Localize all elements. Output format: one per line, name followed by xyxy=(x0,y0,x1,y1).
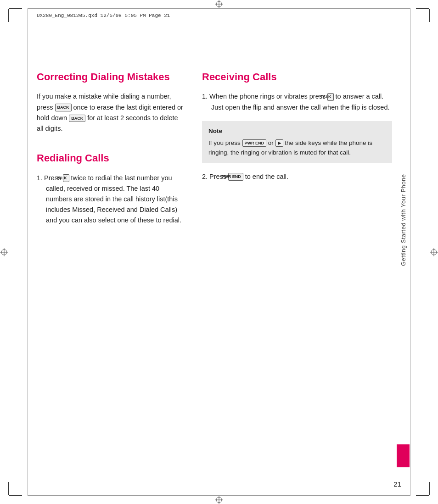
receiving-step2-list: 2. Press PWR END to end the call. xyxy=(202,172,392,182)
sidebar-pink-accent xyxy=(397,444,410,467)
header-line: UX280_Eng_081205.qxd 12/5/08 5:05 PM Pag… xyxy=(37,13,401,18)
receiving-step1: 1. When the phone rings or vibrates pres… xyxy=(202,91,392,112)
side-key-note: ▶ xyxy=(275,139,283,147)
redialing-step1: 1. Press TALK twice to redial the last n… xyxy=(37,173,184,226)
back-key-1: BACK xyxy=(55,104,72,111)
page-number: 21 xyxy=(393,480,401,488)
sidebar-label: Getting Started with Your Phone xyxy=(397,161,410,280)
page-border-bottom xyxy=(28,495,410,496)
talk-key-receiving: TALK xyxy=(327,93,333,101)
crop-mark-tl-v xyxy=(8,9,9,22)
receiving-step1-prefix: 1. When the phone rings or vibrates pres… xyxy=(202,93,326,100)
note-text-prefix: If you press xyxy=(208,139,241,146)
receiving-step2-body: to end the call. xyxy=(245,173,288,180)
crop-mark-tr-v xyxy=(429,9,430,22)
pwr-end-key-note: PWR END xyxy=(242,139,267,147)
left-column: Correcting Dialing Mistakes If you make … xyxy=(37,71,184,467)
receiving-step2: 2. Press PWR END to end the call. xyxy=(202,172,392,182)
crop-mark-tr-h xyxy=(416,8,429,9)
crop-mark-tl-h xyxy=(9,8,22,9)
redialing-title: Redialing Calls xyxy=(37,152,184,164)
correcting-dialing-section: Correcting Dialing Mistakes If you make … xyxy=(37,71,184,134)
crop-mark-br-h xyxy=(416,495,429,496)
talk-key-redialing: TALK xyxy=(63,174,69,182)
crop-mark-bl-v xyxy=(8,482,9,495)
note-title: Note xyxy=(208,127,386,136)
header-text: UX280_Eng_081205.qxd 12/5/08 5:05 PM Pag… xyxy=(37,13,170,18)
right-column: Receiving Calls 1. When the phone rings … xyxy=(202,71,392,467)
redialing-list: 1. Press TALK twice to redial the last n… xyxy=(37,173,184,226)
back-key-2: BACK xyxy=(69,115,85,122)
crop-mark-bl-h xyxy=(9,495,22,496)
content-area: Correcting Dialing Mistakes If you make … xyxy=(37,71,392,467)
end-key-receiving: PWR END xyxy=(228,173,243,181)
note-text-mid: or xyxy=(268,139,274,146)
correcting-dialing-title: Correcting Dialing Mistakes xyxy=(37,71,184,83)
receiving-calls-title: Receiving Calls xyxy=(202,71,392,83)
receiving-list: 1. When the phone rings or vibrates pres… xyxy=(202,91,392,112)
crop-mark-br-v xyxy=(429,482,430,495)
correcting-dialing-body: If you make a mistake while dialing a nu… xyxy=(37,91,184,134)
page-border-right xyxy=(410,8,410,496)
receiving-calls-section: Receiving Calls 1. When the phone rings … xyxy=(202,71,392,182)
note-box: Note If you press PWR END or ▶ the side … xyxy=(202,121,392,163)
redialing-section: Redialing Calls 1. Press TALK twice to r… xyxy=(37,152,184,226)
page-border-top xyxy=(28,8,410,9)
page-border-left xyxy=(28,8,28,496)
